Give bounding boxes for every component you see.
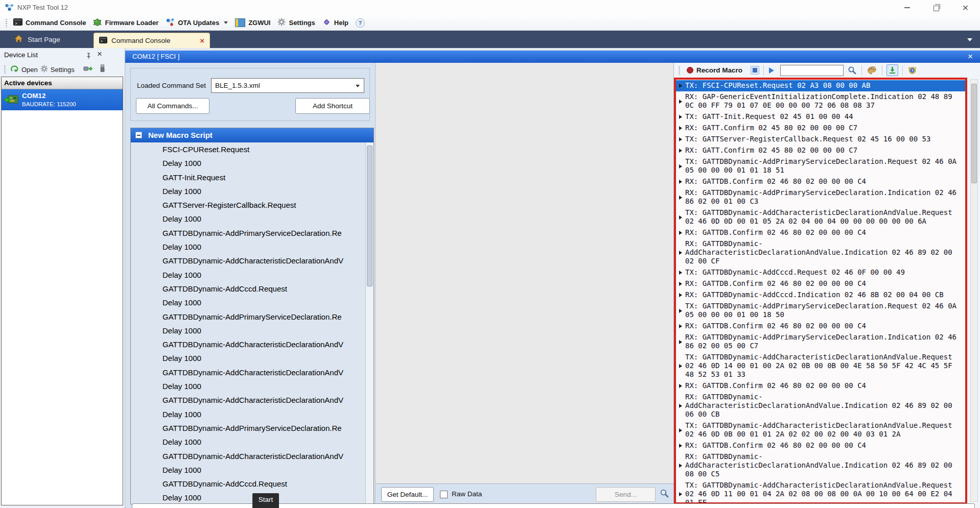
- tab-overflow-chevron-icon[interactable]: [967, 38, 972, 41]
- log-entry[interactable]: TX: GATTDBDynamic-AddCccd.Request 02 46 …: [676, 267, 965, 278]
- open-icon[interactable]: [11, 65, 19, 75]
- macro-item[interactable]: GATTDBDynamic-AddCharacteristicDeclarati…: [131, 337, 365, 351]
- log-entry[interactable]: RX: GATTDBDynamic-AddPrimaryServiceDecla…: [676, 332, 965, 352]
- expand-arrow-icon[interactable]: [679, 340, 682, 344]
- all-commands-button[interactable]: All Commands...: [136, 98, 209, 114]
- expand-arrow-icon[interactable]: [679, 251, 682, 255]
- log-entry[interactable]: TX: GATTServer-RegisterCallback.Request …: [676, 134, 965, 145]
- close-button[interactable]: [951, 0, 980, 15]
- tab-start-page[interactable]: Start Page: [7, 31, 67, 48]
- macro-item[interactable]: GATTDBDynamic-AddPrimaryServiceDeclarati…: [131, 226, 365, 240]
- tab-command-console[interactable]: Command Console ×: [94, 33, 210, 48]
- minimize-button[interactable]: [893, 0, 922, 15]
- log-entry[interactable]: TX: GATTDBDynamic-AddCharacteristicDecla…: [676, 480, 965, 504]
- scrollbar-thumb[interactable]: [971, 84, 977, 183]
- add-shortcut-button[interactable]: Add Shortcut: [295, 98, 370, 114]
- macro-item[interactable]: GATTDBDynamic-AddCharacteristicDeclarati…: [131, 393, 365, 407]
- toolbar-grip[interactable]: [678, 66, 681, 75]
- toolbar-grip[interactable]: [4, 65, 6, 74]
- menu-command-console[interactable]: Command Console: [13, 18, 86, 27]
- raw-data-checkbox[interactable]: [440, 491, 448, 498]
- log-entry[interactable]: TX: GATTDBDynamic-AddCharacteristicDecla…: [676, 352, 965, 380]
- expand-arrow-icon[interactable]: [679, 464, 682, 468]
- record-macro-label[interactable]: Record Macro: [696, 66, 742, 74]
- log-entry[interactable]: TX: GATTDBDynamic-AddCharacteristicDecla…: [676, 207, 965, 227]
- log-entry[interactable]: RX: GATT.Confirm 02 45 80 02 00 00 00 C7: [676, 145, 965, 156]
- log-entry[interactable]: TX: FSCI-CPUReset.Request 02 A3 08 00 00…: [676, 80, 965, 91]
- log-entry[interactable]: TX: GATTDBDynamic-AddCharacteristicDecla…: [676, 420, 965, 440]
- menu-firmware-loader[interactable]: Firmware Loader: [93, 18, 158, 28]
- macro-item[interactable]: GATTDBDynamic-AddCccd.Request: [131, 282, 365, 296]
- macro-item[interactable]: GATTServer-RegisterCallback.Request: [131, 198, 365, 212]
- add-connection-icon[interactable]: [83, 65, 93, 75]
- macro-item[interactable]: Delay 1000: [131, 351, 365, 365]
- macro-item[interactable]: Delay 1000: [131, 268, 365, 282]
- log-entry[interactable]: TX: GATT-Init.Request 02 45 01 00 00 44: [676, 111, 965, 123]
- command-set-dropdown[interactable]: BLE_1.5.3.xml: [211, 78, 364, 93]
- menu-about[interactable]: [356, 18, 365, 28]
- expand-arrow-icon[interactable]: [679, 428, 682, 432]
- macro-item[interactable]: FSCI-CPUReset.Request: [131, 142, 365, 156]
- macro-item[interactable]: GATTDBDynamic-AddPrimaryServiceDeclarati…: [131, 310, 365, 324]
- log-entry[interactable]: RX: GATTDB.Confirm 02 46 80 02 00 00 00 …: [676, 227, 965, 238]
- gear-icon[interactable]: [40, 65, 48, 75]
- settings-button[interactable]: Settings: [51, 66, 75, 74]
- find-button[interactable]: [848, 66, 856, 75]
- pin-icon[interactable]: [86, 52, 91, 61]
- get-default-button[interactable]: Get Default...: [381, 487, 434, 502]
- expand-arrow-icon[interactable]: [679, 231, 682, 235]
- macro-item[interactable]: Delay 1000: [131, 240, 365, 254]
- log-scrollbar[interactable]: [970, 79, 978, 502]
- expand-arrow-icon[interactable]: [679, 271, 682, 275]
- log-entry[interactable]: RX: GATTDBDynamic-AddPrimaryServiceDecla…: [676, 187, 965, 207]
- macro-item[interactable]: Delay 1000: [131, 491, 365, 504]
- expand-arrow-icon[interactable]: [679, 180, 682, 184]
- open-button[interactable]: Open: [21, 66, 38, 74]
- device-row-com12[interactable]: COM12 BAUDRATE: 115200: [2, 89, 123, 110]
- log-entry[interactable]: RX: GATT.Confirm 02 45 80 02 00 00 00 C7: [676, 123, 965, 134]
- expand-arrow-icon[interactable]: [679, 149, 682, 153]
- stop-button[interactable]: [751, 66, 759, 75]
- highlight-palette-button[interactable]: [867, 66, 877, 75]
- expand-arrow-icon[interactable]: [679, 404, 682, 408]
- expand-arrow-icon[interactable]: [679, 100, 682, 104]
- menu-settings[interactable]: Settings: [277, 18, 315, 28]
- log-entry[interactable]: RX: GATTDBDynamic-AddCccd.Indication 02 …: [676, 289, 965, 301]
- macro-item[interactable]: GATT-Init.Request: [131, 171, 365, 184]
- usb-icon[interactable]: [100, 64, 105, 75]
- expand-arrow-icon[interactable]: [679, 215, 682, 220]
- macro-item[interactable]: Delay 1000: [131, 379, 365, 393]
- record-icon[interactable]: [687, 67, 693, 74]
- play-button[interactable]: [769, 67, 774, 74]
- expand-arrow-icon[interactable]: [679, 309, 682, 313]
- document-close-icon[interactable]: ×: [968, 51, 973, 62]
- log-entry[interactable]: RX: GATTDBDynamic-AddCharacteristicDecla…: [676, 238, 965, 267]
- macro-item[interactable]: Delay 1000: [131, 324, 365, 337]
- macro-list-scrollbar[interactable]: [365, 142, 374, 504]
- expand-arrow-icon[interactable]: [679, 293, 682, 297]
- expand-arrow-icon[interactable]: [679, 324, 682, 328]
- macro-item[interactable]: GATTDBDynamic-AddCharacteristicDeclarati…: [131, 366, 365, 379]
- menu-help[interactable]: Help: [322, 18, 348, 28]
- macro-item[interactable]: GATTDBDynamic-AddCharacteristicDeclarati…: [131, 254, 365, 268]
- expand-arrow-icon[interactable]: [679, 282, 682, 286]
- macro-item[interactable]: GATTDBDynamic-AddPrimaryServiceDeclarati…: [131, 421, 365, 435]
- log-entry[interactable]: TX: GATTDBDynamic-AddPrimaryServiceDecla…: [676, 156, 965, 176]
- macro-item[interactable]: Delay 1000: [131, 463, 365, 477]
- log-search-input[interactable]: [780, 65, 844, 76]
- expand-arrow-icon[interactable]: [679, 137, 682, 141]
- macro-item[interactable]: Delay 1000: [131, 156, 365, 170]
- expand-arrow-icon[interactable]: [679, 126, 682, 130]
- macro-item[interactable]: Delay 1000: [131, 435, 365, 449]
- expand-arrow-icon[interactable]: [679, 492, 682, 496]
- toolbar-grip[interactable]: [5, 18, 8, 28]
- log-entry[interactable]: TX: GATTDBDynamic-AddPrimaryServiceDecla…: [676, 301, 965, 321]
- restore-button[interactable]: [922, 0, 951, 15]
- log-entry[interactable]: RX: GATTDB.Confirm 02 46 80 02 00 00 00 …: [676, 380, 965, 392]
- macro-script-header[interactable]: New Macro Script: [131, 128, 374, 142]
- macro-item[interactable]: Delay 1000: [131, 296, 365, 309]
- macro-item[interactable]: GATTDBDynamic-AddCccd.Request: [131, 477, 365, 491]
- macro-item[interactable]: GATTDBDynamic-AddCharacteristicDeclarati…: [131, 449, 365, 463]
- log-entry[interactable]: RX: GATTDB.Confirm 02 46 80 02 00 00 00 …: [676, 321, 965, 332]
- log-entry[interactable]: RX: GATTDB.Confirm 02 46 80 02 00 00 00 …: [676, 176, 965, 187]
